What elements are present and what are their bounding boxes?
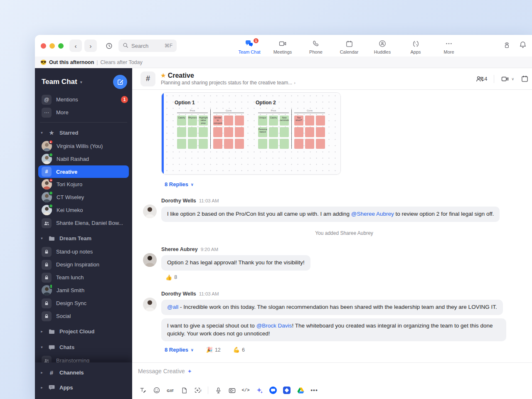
sticky-note: Rhymes (188, 116, 197, 126)
tab-label: Calendar (340, 49, 359, 54)
sidebar-item-tori-kojuro[interactable]: Tori Kojuro (35, 178, 132, 191)
whiteboard-app-icon[interactable] (282, 385, 292, 395)
item-label: Stand-up notes (56, 249, 93, 255)
tab-meetings[interactable]: Meetings (268, 37, 298, 54)
sidebar-item-kei-umeko[interactable]: Kei Umeko (35, 204, 132, 217)
search-placeholder: Search (131, 43, 148, 49)
ai-companion-button[interactable] (254, 385, 264, 395)
sidebar-item-nabil-rashad[interactable]: Nabil Rashad (35, 153, 132, 165)
sticky-note (177, 127, 186, 137)
reaction-thumbs-up[interactable]: 👍 8 (165, 274, 532, 281)
section-starred[interactable]: ▾ ★ Starred (35, 126, 132, 140)
presence-mobile (49, 284, 53, 289)
sidebar-item-design-inspiration[interactable]: Design Inspiration (35, 258, 132, 271)
channels-hash-icon: # (47, 369, 56, 376)
audio-message-button[interactable] (213, 385, 223, 395)
format-text-button[interactable] (138, 385, 148, 395)
secure-connection-icon[interactable] (502, 41, 511, 51)
titlebar-right-icons (502, 35, 527, 57)
item-label: Team lunch (56, 274, 84, 281)
schedule-meeting-button[interactable] (521, 75, 529, 83)
sidebar-title[interactable]: Team Chat (42, 78, 77, 86)
tab-apps[interactable]: Apps (401, 37, 431, 54)
sticky-note (188, 127, 197, 137)
screenshot-button[interactable]: ∨ (193, 385, 203, 395)
start-video-meeting-button[interactable]: ∨ (501, 75, 514, 83)
sidebar-item-shante-daniel-group[interactable]: Shante Elena, Daniel Bow... (35, 217, 132, 229)
reaction-flex[interactable]: 💪 6 (233, 347, 245, 353)
option-title: Option 2 (256, 100, 328, 106)
sticky-note (177, 139, 186, 149)
google-drive-icon[interactable] (296, 385, 305, 395)
minimize-window-button[interactable] (49, 43, 55, 49)
sidebar-item-ct-wiseley[interactable]: CT Wiseley (35, 191, 132, 204)
maximize-window-button[interactable] (58, 43, 64, 49)
tab-phone[interactable]: Phone (301, 37, 331, 54)
tab-calendar[interactable]: Calendar (334, 37, 364, 54)
sidebar-item-social[interactable]: Social (35, 310, 132, 323)
channel-members-button[interactable]: 14 (475, 75, 487, 83)
notifications-bell-icon[interactable] (519, 41, 527, 51)
tab-label: Apps (410, 49, 421, 54)
whiteboard-preview-card[interactable]: Option 1 Pros CatchyRhymesHighlights val… (161, 92, 341, 175)
sidebar-item-standup-notes[interactable]: Stand-up notes (35, 245, 132, 258)
sidebar-item-team-lunch[interactable]: Team lunch (35, 271, 132, 284)
tab-label: Phone (309, 49, 323, 54)
channel-hash-icon: # (42, 167, 52, 177)
presence-status-banner[interactable]: 😎 Out this afternoon | Clears after Toda… (35, 57, 532, 68)
presence-online (49, 191, 53, 195)
item-label: Kei Umeko (57, 207, 83, 213)
section-dream-team[interactable]: ▾ Dream Team (35, 232, 132, 245)
compose-button[interactable] (113, 75, 127, 89)
reaction-party[interactable]: 🎉 12 (206, 347, 221, 353)
avatar (42, 179, 52, 190)
thread-replies-link[interactable]: 8 Replies ∨ (165, 347, 194, 353)
attach-file-button[interactable] (179, 385, 189, 395)
more-tools-button[interactable]: ••• (309, 385, 319, 395)
zoom-chat-app-icon[interactable] (268, 385, 278, 395)
sidebar-item-virginia-willis[interactable]: Virginia Willis (You) (35, 140, 132, 153)
option-title: Option 1 (175, 100, 246, 106)
item-label: CT Wiseley (57, 194, 84, 200)
avatar[interactable] (143, 253, 157, 267)
search-icon (123, 42, 128, 49)
sidebar-item-creative-selected[interactable]: # Creative (38, 165, 129, 178)
avatar (42, 205, 52, 215)
lock-icon (42, 260, 52, 270)
mention-sheree-aubrey[interactable]: @Sheree Aubrey (351, 211, 394, 217)
section-channels[interactable]: ▸ # Channels (35, 365, 132, 380)
channel-description[interactable]: Planning and sharing projects status for… (161, 80, 296, 86)
tab-huddles[interactable]: Huddles (367, 37, 397, 54)
code-snippet-button[interactable]: </> (241, 385, 251, 395)
mention-all[interactable]: @all (167, 304, 178, 310)
sidebar-item-more[interactable]: ⋯ More (35, 106, 132, 119)
sidebar-item-design-sync[interactable]: Design Sync (35, 297, 132, 310)
search-input[interactable]: Search ⌘F (118, 39, 177, 52)
section-apps[interactable]: ▸ Apps (35, 380, 132, 395)
whiteboard-canvas: Option 1 Pros CatchyRhymesHighlights val… (164, 93, 340, 174)
sidebar-item-jamil-smith[interactable]: Jamil Smith (35, 284, 132, 297)
message-author: Sheree Aubrey (161, 246, 198, 252)
avatar[interactable] (143, 298, 157, 311)
history-icon[interactable] (102, 39, 116, 53)
nav-forward-button[interactable]: › (84, 39, 97, 52)
sticky-note: Unique (258, 116, 267, 126)
tab-more[interactable]: More (434, 37, 464, 54)
nav-back-button[interactable]: ‹ (69, 39, 82, 52)
section-project-cloud[interactable]: ▸ Project Cloud (35, 325, 132, 338)
sidebar-item-mentions[interactable]: @ Mentions 1 (35, 93, 132, 106)
message-time: 9:20 AM (201, 247, 218, 252)
section-chats[interactable]: ▾ Chats (35, 340, 132, 354)
close-window-button[interactable] (41, 43, 46, 49)
status-emoji: 😎 (40, 59, 47, 65)
message-input[interactable]: Message Creative ✦ (138, 368, 526, 374)
thread-replies-link[interactable]: 8 Replies ∨ (165, 181, 532, 187)
emoji-button[interactable] (152, 385, 162, 395)
video-message-button[interactable] (227, 385, 237, 395)
tab-team-chat[interactable]: Team Chat 1 (234, 37, 264, 54)
gif-button[interactable]: GIF (165, 385, 175, 395)
chevron-down-icon[interactable]: ▾ (80, 80, 82, 84)
mention-brock-davis[interactable]: @Brock Davis (256, 323, 292, 329)
avatar[interactable] (143, 204, 157, 218)
sticky-note: Catchy (269, 116, 278, 126)
